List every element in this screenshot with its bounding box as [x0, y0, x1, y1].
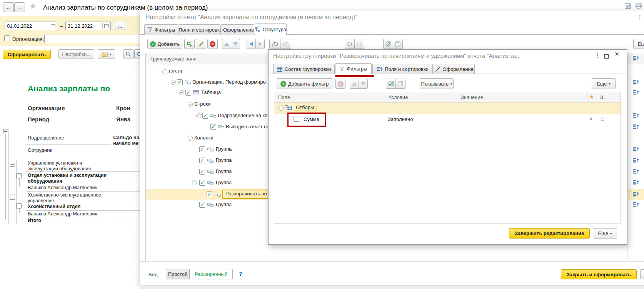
more-label: Еще [597, 81, 607, 87]
delete-button-disabled[interactable]: × [335, 79, 345, 89]
filter-row-sum[interactable]: Сумма Заполнено × С [274, 114, 621, 126]
divider [598, 92, 598, 102]
tab-label: Поля и сортировки [385, 66, 429, 72]
move-down-button[interactable] [359, 79, 368, 89]
show-button[interactable]: Показывать▾ [420, 78, 454, 89]
more-menu-icon[interactable]: ⋮ [595, 52, 601, 59]
toolbar-more-button[interactable]: Еще▾ [592, 78, 616, 89]
filter-table-icon [285, 105, 292, 112]
col-value: Значение [461, 94, 483, 100]
tab-label: Состав группировки [285, 66, 331, 72]
arrow-up-icon [352, 82, 357, 86]
arrow-down-icon [361, 82, 365, 86]
check-pages-icon [388, 81, 394, 86]
filter-field-label: Сумма [304, 116, 319, 122]
grid-icon [277, 67, 282, 72]
finish-editing-button[interactable]: Завершить редактирование [509, 228, 590, 239]
checkbox-unchecked[interactable] [294, 116, 299, 122]
brush-icon [435, 67, 440, 72]
dialog-title: Настройка группировки "Разворачивать по … [273, 52, 521, 59]
copy-pages-icon [398, 81, 403, 86]
check-all-button[interactable] [386, 79, 396, 89]
divider [587, 92, 587, 102]
table-header [274, 92, 621, 102]
funnel-icon [339, 67, 344, 71]
tab-fields-sorting[interactable]: Поля и сортировки [372, 64, 433, 74]
tab-appearance[interactable]: Оформление [434, 64, 475, 74]
tab-filters[interactable]: Фильтры [335, 63, 372, 74]
close-icon[interactable]: × [615, 50, 619, 58]
filters-group-label[interactable]: Отборы [293, 104, 317, 111]
tab-grouping-content[interactable]: Состав группировки [273, 64, 335, 74]
divider [458, 92, 458, 102]
plus-icon: + [280, 81, 286, 87]
screen: ← → ★ Анализ зарплаты по сотрудникам (в … [0, 0, 644, 289]
chevron-down-icon: ▾ [609, 82, 611, 86]
move-up-button[interactable] [350, 79, 359, 89]
divider [386, 92, 386, 102]
col-condition: Условие [389, 94, 408, 100]
col-field: Поле [278, 94, 290, 100]
show-label: Показывать [421, 81, 449, 87]
uncheck-all-button[interactable] [395, 79, 405, 89]
finish-editing-label: Завершить редактирование [515, 230, 584, 236]
col-star-icon: ★ [589, 94, 594, 100]
add-filter-label: Добавить фильтр [288, 81, 329, 87]
sort-icon [377, 67, 382, 72]
tab-label: Фильтры [347, 66, 367, 72]
tab-label: Оформление [442, 66, 474, 72]
truncated-cell: С [601, 116, 604, 122]
maximize-icon[interactable] [604, 54, 609, 59]
col-z: З.. [600, 94, 606, 100]
collapse-icon[interactable] [279, 106, 284, 111]
clear-value-icon[interactable]: × [589, 116, 592, 122]
chevron-down-icon: ▾ [610, 232, 612, 235]
add-filter-button[interactable]: +Добавить фильтр [277, 78, 332, 89]
filter-condition-value: Заполнено [388, 116, 413, 122]
footer-more-button[interactable]: Еще▾ [593, 228, 617, 239]
delete-icon: × [338, 81, 344, 87]
grouping-settings-dialog: Настройка группировки "Разворачивать по … [0, 0, 644, 289]
chevron-down-icon: ▾ [450, 82, 452, 86]
filters-group-row[interactable]: Отборы [274, 102, 621, 114]
more-label: Еще [598, 230, 608, 236]
